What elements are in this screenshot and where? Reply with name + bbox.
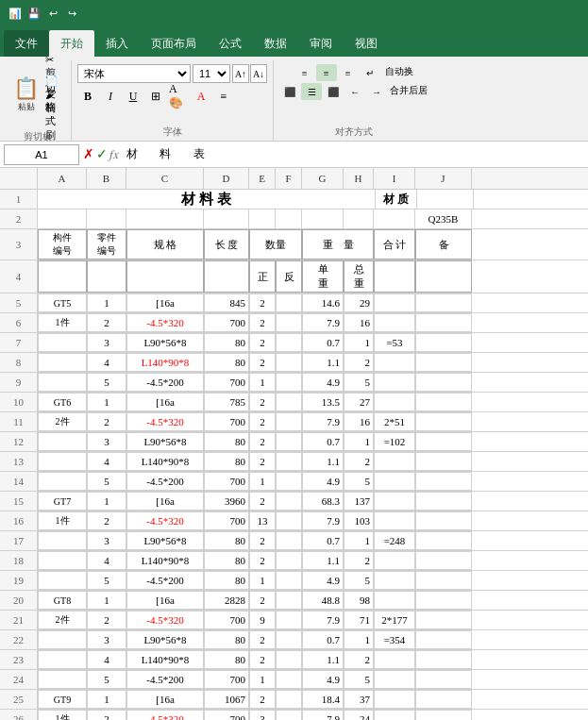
cell-i19[interactable] bbox=[374, 571, 415, 590]
undo-icon[interactable]: ↩ bbox=[45, 6, 60, 21]
cell-i9[interactable] bbox=[374, 373, 415, 392]
bold-button[interactable]: B bbox=[77, 87, 98, 106]
cell-a22[interactable] bbox=[38, 630, 87, 649]
cell-c11[interactable]: -4.5*320 bbox=[126, 412, 204, 431]
cell-b2[interactable] bbox=[87, 209, 126, 228]
cell-d18[interactable]: 80 bbox=[204, 551, 249, 570]
tab-page-layout[interactable]: 页面布局 bbox=[140, 30, 208, 57]
cell-e6[interactable]: 2 bbox=[249, 313, 276, 332]
cell-c12[interactable]: L90*56*8 bbox=[126, 432, 204, 451]
cell-a13[interactable] bbox=[38, 452, 87, 471]
cell-a14[interactable] bbox=[38, 472, 87, 491]
cell-i13[interactable] bbox=[374, 452, 415, 471]
cell-a17[interactable] bbox=[38, 531, 87, 550]
cell-g10[interactable]: 13.5 bbox=[302, 393, 344, 411]
cell-j24[interactable] bbox=[415, 670, 472, 689]
cell-a9[interactable] bbox=[38, 373, 87, 392]
cell-c22[interactable]: L90*56*8 bbox=[126, 630, 204, 649]
cell-b7[interactable]: 3 bbox=[87, 333, 126, 352]
cell-e25[interactable]: 2 bbox=[249, 690, 276, 709]
cell-h8[interactable]: 2 bbox=[344, 353, 374, 372]
cell-j17[interactable] bbox=[415, 531, 472, 550]
cell-b3[interactable]: 零件编号 bbox=[87, 229, 126, 260]
cell-d4[interactable] bbox=[204, 260, 249, 293]
cell-c25[interactable]: [16a bbox=[126, 690, 204, 709]
col-header-d[interactable]: D bbox=[204, 168, 249, 189]
cell-e8[interactable]: 2 bbox=[249, 353, 276, 372]
cell-h25[interactable]: 37 bbox=[344, 690, 374, 709]
cell-i26[interactable] bbox=[374, 710, 415, 720]
tab-review[interactable]: 审阅 bbox=[298, 30, 344, 57]
cell-h24[interactable]: 5 bbox=[344, 670, 374, 689]
cell-b22[interactable]: 3 bbox=[87, 630, 126, 649]
cell-f19[interactable] bbox=[276, 571, 302, 590]
align-left-btn[interactable]: ⬛ bbox=[279, 83, 300, 100]
cell-a24[interactable] bbox=[38, 670, 87, 689]
cell-c8[interactable]: L140*90*8 bbox=[126, 353, 204, 372]
italic-button[interactable]: I bbox=[100, 87, 121, 106]
cell-a2[interactable] bbox=[38, 209, 87, 228]
cell-j23[interactable] bbox=[415, 650, 472, 669]
cell-f22[interactable] bbox=[276, 630, 302, 649]
cell-a5[interactable]: GT5 bbox=[38, 293, 87, 312]
cell-f24[interactable] bbox=[276, 670, 302, 689]
col-header-h[interactable]: H bbox=[344, 168, 374, 189]
cell-j2[interactable]: Q235B bbox=[415, 209, 472, 228]
wrap-text-btn[interactable]: ↵ bbox=[360, 64, 380, 81]
cell-f14[interactable] bbox=[276, 472, 302, 491]
cell-g15[interactable]: 68.3 bbox=[302, 492, 344, 511]
cell-c21[interactable]: -4.5*320 bbox=[126, 611, 204, 629]
cell-j15[interactable] bbox=[415, 492, 472, 511]
cell-i11[interactable]: 2*51 bbox=[374, 412, 415, 431]
cell-a18[interactable] bbox=[38, 551, 87, 570]
cell-c19[interactable]: -4.5*200 bbox=[126, 571, 204, 590]
fill-color-button[interactable]: A🎨 bbox=[168, 87, 189, 106]
cell-e21[interactable]: 9 bbox=[249, 611, 276, 629]
cell-e17[interactable]: 2 bbox=[249, 531, 276, 550]
cell-h5[interactable]: 29 bbox=[344, 293, 374, 312]
cell-e11[interactable]: 2 bbox=[249, 412, 276, 431]
cell-f20[interactable] bbox=[276, 591, 302, 610]
cell-h22[interactable]: 1 bbox=[344, 630, 374, 649]
cell-j21[interactable] bbox=[415, 611, 472, 629]
tab-data[interactable]: 数据 bbox=[253, 30, 298, 57]
cell-j7[interactable] bbox=[415, 333, 472, 352]
cell-b18[interactable]: 4 bbox=[87, 551, 126, 570]
cell-b15[interactable]: 1 bbox=[87, 492, 126, 511]
cell-g26[interactable]: 7.9 bbox=[302, 710, 344, 720]
cell-e4-z[interactable]: 正 bbox=[249, 260, 276, 293]
cell-g23[interactable]: 1.1 bbox=[302, 650, 344, 669]
cell-f4-f[interactable]: 反 bbox=[276, 260, 302, 293]
cell-d17[interactable]: 80 bbox=[204, 531, 249, 550]
cell-a12[interactable] bbox=[38, 432, 87, 451]
cell-e10[interactable]: 2 bbox=[249, 393, 276, 411]
cancel-formula-icon[interactable]: ✗ bbox=[83, 146, 94, 162]
cell-g4-single[interactable]: 单重 bbox=[302, 260, 344, 293]
cell-g20[interactable]: 48.8 bbox=[302, 591, 344, 610]
cell-c10[interactable]: [16a bbox=[126, 393, 204, 411]
cell-i18[interactable] bbox=[374, 551, 415, 570]
tab-home[interactable]: 开始 bbox=[49, 30, 94, 57]
cell-d11[interactable]: 700 bbox=[204, 412, 249, 431]
tab-file[interactable]: 文件 bbox=[4, 30, 49, 57]
cell-i7[interactable]: =53 bbox=[374, 333, 415, 352]
cell-a21[interactable]: 2件 bbox=[38, 611, 87, 629]
underline-button[interactable]: U bbox=[123, 87, 143, 106]
cell-f21[interactable] bbox=[276, 611, 302, 629]
cell-g16[interactable]: 7.9 bbox=[302, 511, 344, 530]
format-painter-button[interactable]: 🖌 格式刷 bbox=[44, 106, 65, 125]
cell-j25[interactable] bbox=[415, 690, 472, 709]
cell-a7[interactable] bbox=[38, 333, 87, 352]
cell-d15[interactable]: 3960 bbox=[204, 492, 249, 511]
cell-c7[interactable]: L90*56*8 bbox=[126, 333, 204, 352]
paste-button[interactable]: 📋 粘贴 bbox=[9, 75, 42, 115]
cell-j18[interactable] bbox=[415, 551, 472, 570]
cell-c3[interactable]: 规 格 bbox=[126, 229, 204, 260]
cell-b14[interactable]: 5 bbox=[87, 472, 126, 491]
cell-g17[interactable]: 0.7 bbox=[302, 531, 344, 550]
cell-j13[interactable] bbox=[415, 452, 472, 471]
cell-b26[interactable]: 2 bbox=[87, 710, 126, 720]
cell-j22[interactable] bbox=[415, 630, 472, 649]
cell-i3[interactable]: 合 计 bbox=[374, 229, 415, 260]
cell-d26[interactable]: 700 bbox=[204, 710, 249, 720]
